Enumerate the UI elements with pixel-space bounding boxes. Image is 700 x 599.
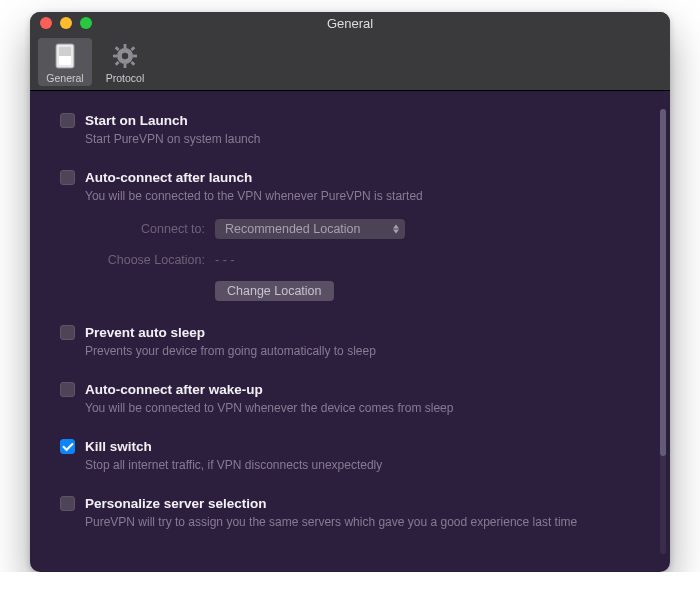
connect-to-select[interactable]: Recommended Location bbox=[215, 219, 405, 239]
preferences-toolbar: General bbox=[30, 34, 670, 91]
zoom-button[interactable] bbox=[80, 17, 92, 29]
tab-protocol[interactable]: Protocol bbox=[98, 38, 152, 86]
change-location-button[interactable]: Change Location bbox=[215, 281, 334, 301]
svg-rect-10 bbox=[130, 46, 135, 51]
prevent-sleep-desc: Prevents your device from going automati… bbox=[85, 344, 638, 358]
setting-prevent-sleep: Prevent auto sleep Prevents your device … bbox=[60, 325, 638, 358]
setting-kill-switch: Kill switch Stop all internet traffic, i… bbox=[60, 439, 638, 472]
personalize-desc: PureVPN will try to assign you the same … bbox=[85, 515, 638, 529]
auto-connect-wake-desc: You will be connected to VPN whenever th… bbox=[85, 401, 638, 415]
auto-connect-wake-checkbox[interactable] bbox=[60, 382, 75, 397]
svg-point-12 bbox=[122, 53, 128, 59]
auto-connect-launch-desc: You will be connected to the VPN wheneve… bbox=[85, 189, 638, 203]
connect-to-value: Recommended Location bbox=[225, 222, 361, 236]
titlebar: General bbox=[30, 12, 670, 34]
close-button[interactable] bbox=[40, 17, 52, 29]
auto-connect-wake-title: Auto-connect after wake-up bbox=[85, 382, 263, 397]
auto-connect-sub-area: Connect to: Recommended Location Choose … bbox=[85, 219, 638, 301]
tab-general[interactable]: General bbox=[38, 38, 92, 86]
svg-rect-6 bbox=[113, 55, 117, 58]
svg-rect-5 bbox=[124, 64, 127, 68]
auto-connect-launch-title: Auto-connect after launch bbox=[85, 170, 252, 185]
start-on-launch-title: Start on Launch bbox=[85, 113, 188, 128]
scrollbar-thumb[interactable] bbox=[660, 109, 666, 456]
switch-icon bbox=[51, 42, 79, 70]
choose-location-value: - - - bbox=[215, 253, 234, 267]
svg-rect-1 bbox=[59, 47, 71, 56]
kill-switch-title: Kill switch bbox=[85, 439, 152, 454]
personalize-checkbox[interactable] bbox=[60, 496, 75, 511]
start-on-launch-checkbox[interactable] bbox=[60, 113, 75, 128]
setting-start-on-launch: Start on Launch Start PureVPN on system … bbox=[60, 113, 638, 146]
prevent-sleep-title: Prevent auto sleep bbox=[85, 325, 205, 340]
scrollbar[interactable] bbox=[660, 109, 666, 554]
start-on-launch-desc: Start PureVPN on system launch bbox=[85, 132, 638, 146]
content-area: Start on Launch Start PureVPN on system … bbox=[30, 91, 670, 572]
svg-rect-7 bbox=[133, 55, 137, 58]
kill-switch-desc: Stop all internet traffic, if VPN discon… bbox=[85, 458, 638, 472]
gear-icon bbox=[111, 42, 139, 70]
kill-switch-checkbox[interactable] bbox=[60, 439, 75, 454]
connect-to-label: Connect to: bbox=[85, 222, 205, 236]
svg-rect-2 bbox=[59, 56, 71, 65]
traffic-lights bbox=[30, 17, 92, 29]
personalize-title: Personalize server selection bbox=[85, 496, 267, 511]
setting-auto-connect-wake: Auto-connect after wake-up You will be c… bbox=[60, 382, 638, 415]
svg-rect-4 bbox=[124, 44, 127, 48]
preferences-window: General General bbox=[30, 12, 670, 572]
setting-auto-connect-launch: Auto-connect after launch You will be co… bbox=[60, 170, 638, 301]
svg-rect-11 bbox=[115, 61, 120, 66]
minimize-button[interactable] bbox=[60, 17, 72, 29]
tab-protocol-label: Protocol bbox=[106, 72, 145, 84]
prevent-sleep-checkbox[interactable] bbox=[60, 325, 75, 340]
setting-personalize: Personalize server selection PureVPN wil… bbox=[60, 496, 638, 529]
auto-connect-launch-checkbox[interactable] bbox=[60, 170, 75, 185]
chevron-updown-icon bbox=[393, 225, 399, 234]
svg-rect-9 bbox=[130, 61, 135, 66]
settings-scroll[interactable]: Start on Launch Start PureVPN on system … bbox=[30, 91, 658, 572]
window-title: General bbox=[30, 16, 670, 31]
tab-general-label: General bbox=[46, 72, 83, 84]
choose-location-label: Choose Location: bbox=[85, 253, 205, 267]
svg-rect-8 bbox=[115, 46, 120, 51]
